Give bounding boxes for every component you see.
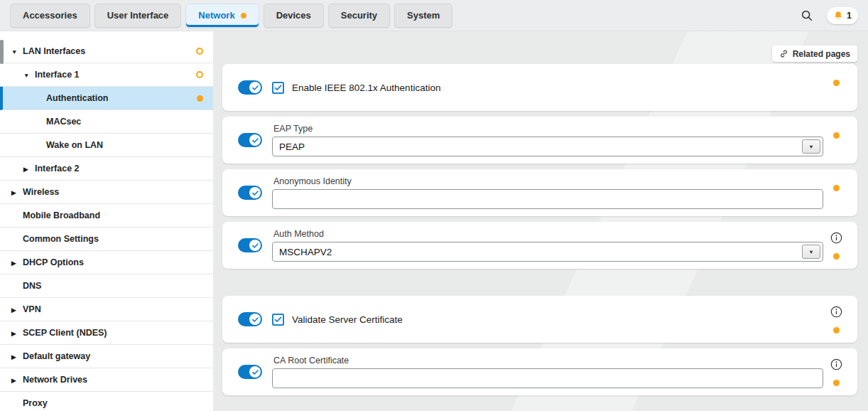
- field-column: Anonymous Identity: [272, 176, 823, 209]
- sidebar-item-network-drives[interactable]: Network Drives: [0, 368, 213, 392]
- toggle-check-icon: [249, 134, 261, 146]
- expand-arrow-icon[interactable]: [11, 329, 23, 338]
- validate-certificate-toggle[interactable]: [238, 312, 262, 326]
- sidebar-item-common-settings[interactable]: Common Settings: [0, 228, 213, 251]
- eap-type-select[interactable]: PEAP: [272, 137, 823, 156]
- expand-arrow-icon[interactable]: [23, 164, 35, 174]
- tab-label: System: [407, 10, 440, 21]
- sidebar-item-vpn[interactable]: VPN: [0, 298, 213, 321]
- sidebar-item-interface-2[interactable]: Interface 2: [0, 157, 213, 181]
- sidebar-item-scep-client-ndes[interactable]: SCEP Client (NDES): [0, 321, 213, 345]
- toggle-column: [238, 312, 272, 326]
- tab-user-interface[interactable]: User Interface: [94, 4, 182, 28]
- sidebar-item-label: Common Settings: [23, 234, 99, 244]
- sidebar-item-mobile-broadband[interactable]: Mobile Broadband: [0, 204, 213, 228]
- link-icon: [779, 49, 788, 58]
- top-navigation-bar: Accessories User Interface Network Devic…: [0, 0, 868, 31]
- field-column: EAP Type PEAP: [272, 124, 823, 156]
- ca-root-certificate-input[interactable]: [272, 368, 823, 388]
- tab-label: Devices: [276, 10, 311, 21]
- card-enable-ieee-8021x-authentication: Enable IEEE 802.1x Authentication: [222, 64, 857, 111]
- sidebar-item-macsec[interactable]: MACsec: [0, 110, 213, 134]
- auth-method-select[interactable]: MSCHAPV2: [272, 242, 823, 262]
- expand-arrow-icon[interactable]: [11, 375, 23, 385]
- enable-8021x-toggle[interactable]: [238, 80, 262, 95]
- tab-label: Accessories: [23, 10, 77, 21]
- main-content: Related pages Enable IEEE 802.1x Authent…: [213, 31, 868, 411]
- sidebar-item-wireless[interactable]: Wireless: [0, 181, 213, 204]
- expand-arrow-icon[interactable]: [11, 188, 23, 197]
- sidebar-item-interface-1[interactable]: Interface 1: [0, 63, 213, 87]
- expand-arrow-icon[interactable]: [11, 47, 23, 56]
- chevron-down-icon[interactable]: [802, 245, 820, 259]
- sidebar-item-label: MACsec: [46, 117, 81, 127]
- validate-certificate-checkbox[interactable]: [272, 314, 284, 326]
- tab-devices[interactable]: Devices: [264, 4, 324, 28]
- notification-bell-icon: [833, 11, 843, 21]
- sidebar-item-label: SCEP Client (NDES): [23, 328, 107, 338]
- info-icon[interactable]: [830, 358, 842, 370]
- card-ca-root-certificate: CA Root Certificate: [222, 348, 857, 395]
- modified-dot-indicator: [833, 80, 840, 86]
- status-ring-indicator: [196, 71, 203, 78]
- status-dot-icon: [241, 13, 246, 18]
- tab-system[interactable]: System: [394, 4, 452, 28]
- sidebar-scrollbar-thumb[interactable]: [0, 40, 4, 64]
- modified-dot-indicator: [833, 380, 840, 386]
- toggle-column: [238, 80, 272, 95]
- expand-arrow-icon[interactable]: [11, 258, 23, 267]
- toggle-check-icon: [249, 366, 261, 378]
- card-validate-server-certificate: Validate Server Certificate: [222, 296, 857, 343]
- card-status-column: [823, 123, 849, 157]
- field-column: Validate Server Certificate: [272, 314, 823, 326]
- sidebar-item-lan-interfaces[interactable]: LAN Interfaces: [0, 40, 213, 63]
- sidebar-item-authentication[interactable]: Authentication: [0, 87, 213, 110]
- field-label: CA Root Certificate: [273, 356, 823, 365]
- card-anonymous-identity: Anonymous Identity: [222, 169, 857, 216]
- sidebar-item-wake-on-lan[interactable]: Wake on LAN: [0, 134, 213, 157]
- anonymous-identity-input[interactable]: [272, 189, 823, 209]
- checkbox-label: Validate Server Certificate: [292, 314, 403, 325]
- tab-security[interactable]: Security: [328, 4, 390, 28]
- related-pages-button[interactable]: Related pages: [772, 46, 857, 62]
- sidebar-item-proxy[interactable]: Proxy: [0, 392, 213, 411]
- sidebar-item-label: Network Drives: [23, 375, 87, 385]
- anonymous-identity-toggle[interactable]: [238, 186, 262, 200]
- toggle-column: [238, 186, 272, 200]
- sidebar-item-label: Authentication: [46, 93, 109, 103]
- field-column: Enable IEEE 802.1x Authentication: [272, 82, 823, 94]
- sidebar-item-dhcp-options[interactable]: DHCP Options: [0, 251, 213, 274]
- status-dot-indicator: [197, 95, 203, 102]
- tab-accessories[interactable]: Accessories: [10, 4, 90, 28]
- toggle-column: [238, 238, 272, 252]
- auth-method-toggle[interactable]: [238, 238, 262, 252]
- card-auth-method: Auth Method MSCHAPV2: [222, 222, 857, 269]
- status-ring-indicator: [196, 48, 203, 55]
- expand-arrow-icon[interactable]: [23, 70, 35, 80]
- ca-root-certificate-toggle[interactable]: [238, 365, 262, 379]
- notification-badge[interactable]: 1: [827, 7, 858, 24]
- sidebar-item-dns[interactable]: DNS: [0, 274, 213, 298]
- info-icon[interactable]: [830, 306, 842, 318]
- eap-type-toggle[interactable]: [238, 133, 262, 147]
- enable-8021x-checkbox[interactable]: [272, 82, 284, 94]
- info-icon[interactable]: [830, 232, 842, 244]
- modified-dot-indicator: [833, 253, 840, 260]
- search-icon[interactable]: [798, 7, 815, 24]
- toggle-column: [238, 133, 272, 147]
- field-column: CA Root Certificate: [272, 356, 823, 388]
- chevron-down-icon[interactable]: [802, 139, 820, 154]
- settings-cards: Enable IEEE 802.1x Authentication EAP Ty…: [222, 64, 857, 401]
- tab-label: User Interface: [107, 10, 169, 21]
- expand-arrow-icon[interactable]: [11, 305, 23, 314]
- modified-dot-indicator: [833, 132, 840, 139]
- expand-arrow-icon[interactable]: [11, 352, 23, 361]
- topbar-actions: 1: [798, 7, 858, 24]
- sidebar-item-label: Wireless: [23, 187, 59, 197]
- toggle-check-icon: [249, 240, 261, 251]
- sidebar-item-default-gateway[interactable]: Default gateway: [0, 345, 213, 368]
- tab-network[interactable]: Network: [185, 4, 259, 28]
- sidebar-item-label: Mobile Broadband: [23, 210, 100, 220]
- sidebar-item-label: Interface 1: [35, 70, 80, 80]
- field-label: EAP Type: [273, 124, 823, 134]
